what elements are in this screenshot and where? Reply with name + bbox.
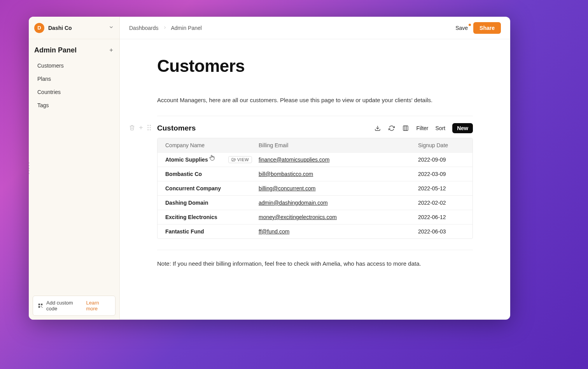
app-window: D Dashi Co Admin Panel Customers Plans C…	[29, 17, 510, 320]
cell-billing-email: admin@dashingdomain.com	[251, 196, 410, 210]
cell-billing-email: money@excitingelectronics.com	[251, 210, 410, 224]
sidebar-item-plans[interactable]: Plans	[29, 72, 119, 85]
delete-block-icon[interactable]	[129, 125, 135, 132]
refresh-icon[interactable]	[388, 125, 395, 132]
svg-point-12	[150, 127, 151, 128]
custom-code-callout: Add custom code Learn more	[33, 296, 116, 316]
org-switcher[interactable]: D Dashi Co	[29, 17, 119, 39]
table-row[interactable]: Atomic Supplies VIEW finance@atomicsuppl…	[158, 152, 472, 167]
table-row[interactable]: Fantastic Fund ff@fund.com 2022-06-03	[158, 224, 472, 238]
sidebar-section-header: Admin Panel	[29, 39, 119, 57]
sidebar-item-customers[interactable]: Customers	[29, 59, 119, 72]
cell-billing-email: finance@atomicsupplies.com	[251, 153, 410, 167]
cell-signup-date: 2022-03-09	[410, 167, 472, 181]
cell-signup-date: 2022-02-02	[410, 196, 472, 210]
svg-rect-4	[38, 306, 40, 308]
sidebar-item-tags[interactable]: Tags	[29, 99, 119, 112]
sort-button[interactable]: Sort	[436, 125, 446, 131]
chevron-down-icon	[108, 24, 114, 31]
svg-rect-2	[38, 304, 40, 305]
table-head: Company Name Billing Email Signup Date	[158, 138, 472, 152]
cell-billing-email: billing@concurrent.com	[251, 181, 410, 195]
cell-signup-date: 2022-06-12	[410, 210, 472, 224]
table-block: Customers Filter Sort New	[157, 123, 473, 239]
sidebar: D Dashi Co Admin Panel Customers Plans C…	[29, 17, 120, 320]
new-row-button[interactable]: New	[452, 123, 473, 133]
cell-company-name: Dashing Domain	[158, 196, 251, 210]
email-link[interactable]: bill@bombasticco.com	[259, 171, 313, 177]
sidebar-section-title: Admin Panel	[34, 46, 77, 54]
email-link[interactable]: admin@dashingdomain.com	[259, 200, 328, 206]
table-row[interactable]: Exciting Electronics money@excitingelect…	[158, 210, 472, 224]
save-label: Save	[455, 25, 468, 31]
org-name: Dashi Co	[48, 25, 108, 31]
divider	[157, 250, 473, 250]
custom-code-label: Add custom code	[46, 300, 83, 312]
svg-point-13	[147, 129, 149, 131]
sidebar-nav: Customers Plans Countries Tags	[29, 57, 119, 113]
view-chip-label: VIEW	[237, 157, 249, 162]
cell-company-name: Bombastic Co	[158, 167, 251, 181]
svg-rect-3	[41, 304, 42, 305]
svg-point-10	[150, 125, 151, 126]
page-note: Note: If you need their billing informat…	[157, 260, 473, 267]
qr-icon	[38, 303, 43, 308]
svg-point-14	[150, 129, 151, 131]
unsaved-indicator-icon	[469, 24, 471, 26]
customers-table: Company Name Billing Email Signup Date A…	[157, 138, 473, 239]
svg-rect-5	[41, 306, 42, 307]
learn-more-link[interactable]: Learn more	[86, 300, 110, 312]
table-title: Customers	[157, 124, 196, 132]
folder-open-icon	[231, 158, 236, 162]
add-page-button[interactable]	[108, 47, 114, 54]
download-icon[interactable]	[374, 125, 381, 132]
topbar: Dashboards Admin Panel Save Share	[120, 17, 510, 39]
email-link[interactable]: ff@fund.com	[259, 228, 289, 235]
topbar-actions: Save Share	[455, 22, 501, 34]
svg-point-9	[147, 125, 149, 126]
add-block-icon[interactable]	[138, 125, 144, 132]
email-link[interactable]: finance@atomicsupplies.com	[259, 157, 329, 163]
columns-icon[interactable]	[402, 125, 409, 132]
cell-company-name: Concurrent Company	[158, 181, 251, 195]
cell-signup-date: 2022-05-12	[410, 181, 472, 195]
page-intro: Account Managers, here are all our custo…	[157, 97, 473, 103]
cell-signup-date: 2022-06-03	[410, 225, 472, 238]
email-link[interactable]: money@excitingelectronics.com	[259, 214, 337, 220]
block-gutter	[129, 125, 151, 132]
table-row[interactable]: Dashing Domain admin@dashingdomain.com 2…	[158, 195, 472, 210]
table-tools: Filter Sort New	[374, 123, 473, 133]
svg-rect-6	[42, 307, 43, 308]
org-avatar: D	[34, 23, 44, 33]
cell-billing-email: bill@bombasticco.com	[251, 167, 410, 181]
email-link[interactable]: billing@concurrent.com	[259, 185, 316, 191]
table-row[interactable]: Bombastic Co bill@bombasticco.com 2022-0…	[158, 167, 472, 181]
cell-company-name: Exciting Electronics	[158, 210, 251, 224]
page-title: Customers	[157, 56, 473, 76]
table-row[interactable]: Concurrent Company billing@concurrent.co…	[158, 181, 472, 195]
column-header[interactable]: Signup Date	[410, 138, 472, 152]
drag-handle-icon[interactable]	[147, 125, 151, 132]
chevron-right-icon	[163, 25, 167, 31]
content: Customers Account Managers, here are all…	[120, 39, 510, 320]
cell-company-name: Fantastic Fund	[158, 225, 251, 238]
main: Dashboards Admin Panel Save Share Custom…	[120, 17, 510, 320]
breadcrumb-item[interactable]: Dashboards	[129, 25, 159, 31]
breadcrumb: Dashboards Admin Panel	[129, 25, 202, 31]
filter-button[interactable]: Filter	[416, 125, 428, 131]
breadcrumb-item[interactable]: Admin Panel	[171, 25, 202, 31]
sidebar-resize-handle[interactable]	[29, 162, 31, 174]
cell-billing-email: ff@fund.com	[251, 225, 410, 238]
column-header[interactable]: Billing Email	[251, 138, 410, 152]
sidebar-item-countries[interactable]: Countries	[29, 85, 119, 99]
divider	[157, 116, 473, 116]
table-header: Customers Filter Sort New	[157, 123, 473, 133]
sidebar-footer: Add custom code Learn more	[29, 292, 119, 320]
save-button[interactable]: Save	[455, 25, 468, 31]
svg-point-11	[147, 127, 149, 128]
view-row-chip[interactable]: VIEW	[228, 156, 252, 163]
svg-rect-16	[403, 126, 408, 131]
column-header[interactable]: Company Name	[158, 138, 251, 152]
cell-signup-date: 2022-09-09	[410, 153, 472, 167]
share-button[interactable]: Share	[473, 22, 501, 34]
